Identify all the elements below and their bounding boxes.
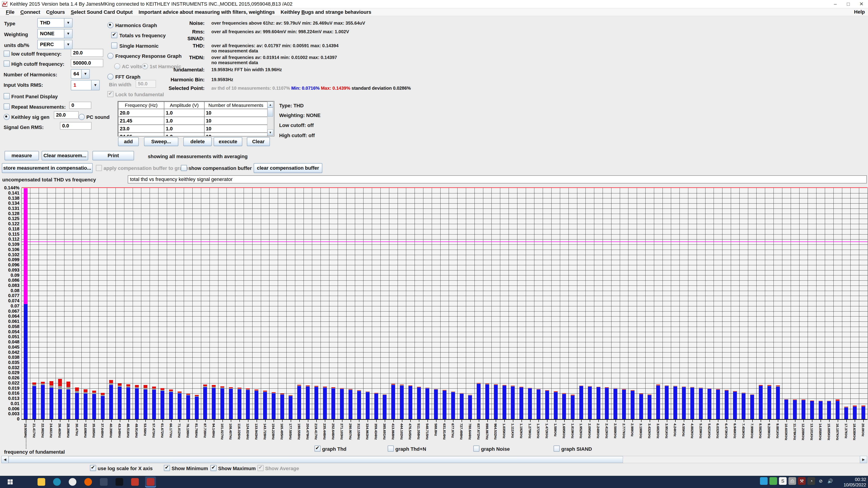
clear-button[interactable]: Clear xyxy=(247,137,270,146)
bar-segment[interactable] xyxy=(229,387,233,388)
bar-segment[interactable] xyxy=(391,385,395,385)
bar-segment[interactable] xyxy=(331,388,335,419)
bar-segment[interactable] xyxy=(220,388,224,419)
bar-segment[interactable] xyxy=(750,394,754,395)
bar-segment[interactable] xyxy=(220,386,224,387)
bar-segment[interactable] xyxy=(708,389,711,419)
bar-segment[interactable] xyxy=(75,387,79,391)
table-cell[interactable]: 10 xyxy=(204,109,268,117)
bar-segment[interactable] xyxy=(767,386,771,419)
bar-segment[interactable] xyxy=(203,385,207,386)
bar-segment[interactable] xyxy=(537,389,540,390)
show-compensation-checkbox[interactable] xyxy=(181,165,187,171)
bar-segment[interactable] xyxy=(212,387,216,388)
clear-compensation-button[interactable]: clear compensation buffer xyxy=(254,163,322,173)
bar-segment[interactable] xyxy=(357,390,361,391)
bar-segment[interactable] xyxy=(767,386,771,386)
menu-item-2[interactable]: Colours xyxy=(46,9,65,15)
bar-segment[interactable] xyxy=(819,401,823,419)
bar-segment[interactable] xyxy=(477,383,480,384)
tray-cloud-s-icon[interactable]: S xyxy=(779,477,786,485)
input-volts-dropdown[interactable]: 1 ▼ xyxy=(71,80,100,90)
table-cell[interactable]: 1.0 xyxy=(164,117,204,125)
bar-segment[interactable] xyxy=(297,385,301,386)
bar-segment[interactable] xyxy=(238,389,241,389)
taskbar-icon-app-red[interactable] xyxy=(129,477,141,487)
bar-segment[interactable] xyxy=(853,407,857,419)
bar-segment[interactable] xyxy=(152,389,156,390)
close-button[interactable]: ✕ xyxy=(855,0,868,8)
chevron-down-icon[interactable]: ▼ xyxy=(64,29,72,38)
bar-segment[interactable] xyxy=(827,401,831,419)
bar-segment[interactable] xyxy=(238,389,241,419)
tray-antivirus-icon[interactable] xyxy=(770,477,777,485)
harmonics-graph-radio[interactable] xyxy=(107,22,114,28)
bar-segment[interactable] xyxy=(366,392,370,419)
maximize-button[interactable]: □ xyxy=(842,0,855,8)
bar-segment[interactable] xyxy=(229,388,233,389)
bar-segment[interactable] xyxy=(716,389,720,389)
taskbar-icon-file-explorer[interactable] xyxy=(36,477,47,487)
bar-segment[interactable] xyxy=(520,387,523,387)
bar-segment[interactable] xyxy=(562,393,566,394)
bar-segment[interactable] xyxy=(400,386,404,419)
bar-segment[interactable] xyxy=(41,384,45,385)
bar-segment[interactable] xyxy=(391,384,395,385)
bar-segment[interactable] xyxy=(272,393,276,393)
graph-thd-checkbox[interactable] xyxy=(314,446,320,452)
add-button[interactable]: add xyxy=(118,137,139,146)
chevron-down-icon[interactable]: ▼ xyxy=(64,40,72,49)
bar-segment[interactable] xyxy=(639,394,643,394)
bar-segment[interactable] xyxy=(451,392,455,419)
taskbar-icon-search[interactable] xyxy=(20,477,31,487)
bar-segment[interactable] xyxy=(810,400,814,401)
bar-segment[interactable] xyxy=(92,394,96,419)
bar-segment[interactable] xyxy=(50,381,53,385)
bar-segment[interactable] xyxy=(810,401,814,419)
bar-segment[interactable] xyxy=(323,388,327,419)
taskbar-icon-chrome-browser[interactable] xyxy=(67,477,78,487)
bar-segment[interactable] xyxy=(135,387,139,388)
bar-segment[interactable] xyxy=(348,389,352,390)
bar-segment[interactable] xyxy=(289,395,292,396)
bar-segment[interactable] xyxy=(109,383,113,385)
bar-segment[interactable] xyxy=(426,388,429,388)
bar-segment[interactable] xyxy=(827,401,831,401)
bar-segment[interactable] xyxy=(451,392,455,392)
bar-segment[interactable] xyxy=(203,386,207,387)
bar-segment[interactable] xyxy=(246,390,250,419)
bar-segment[interactable] xyxy=(844,408,848,419)
table-cell[interactable]: 23.0 xyxy=(118,125,164,133)
bar-segment[interactable] xyxy=(280,394,284,394)
tray-speed-gauge-icon[interactable]: ◔ xyxy=(807,477,815,485)
pc-sound-radio[interactable] xyxy=(79,114,85,120)
bar-segment[interactable] xyxy=(665,386,669,419)
bar-segment[interactable] xyxy=(784,399,788,399)
bar-segment[interactable] xyxy=(742,393,745,419)
taskbar-icon-keithley-app[interactable] xyxy=(145,477,156,487)
bar-segment[interactable] xyxy=(793,399,797,400)
bar-segment[interactable] xyxy=(434,389,438,389)
table-row[interactable]: 21.451.010 xyxy=(118,117,268,125)
bar-segment[interactable] xyxy=(468,395,472,419)
bar-segment[interactable] xyxy=(144,390,147,419)
show-maximum-checkbox[interactable] xyxy=(211,465,217,471)
bar-segment[interactable] xyxy=(596,387,600,387)
high-cutoff-checkbox[interactable] xyxy=(4,61,10,67)
bar-segment[interactable] xyxy=(699,388,703,388)
bar-segment[interactable] xyxy=(656,385,660,385)
low-cutoff-checkbox[interactable] xyxy=(4,51,10,57)
menu-help[interactable]: Help xyxy=(854,9,865,15)
bar-segment[interactable] xyxy=(178,392,182,393)
bar-segment[interactable] xyxy=(750,395,754,419)
low-cutoff-field[interactable]: 20.0 xyxy=(71,49,103,57)
bar-segment[interactable] xyxy=(862,407,865,419)
bar-segment[interactable] xyxy=(442,390,446,391)
tray-swirl-app-icon[interactable] xyxy=(760,477,768,485)
bar-segment[interactable] xyxy=(66,387,70,390)
bar-segment[interactable] xyxy=(366,392,370,392)
frequency-table[interactable]: Frequency (Hz)Amplitude (V)Number of Mea… xyxy=(118,101,274,136)
bar-segment[interactable] xyxy=(716,390,720,419)
bar-segment[interactable] xyxy=(494,385,498,419)
bar-segment[interactable] xyxy=(272,392,276,393)
